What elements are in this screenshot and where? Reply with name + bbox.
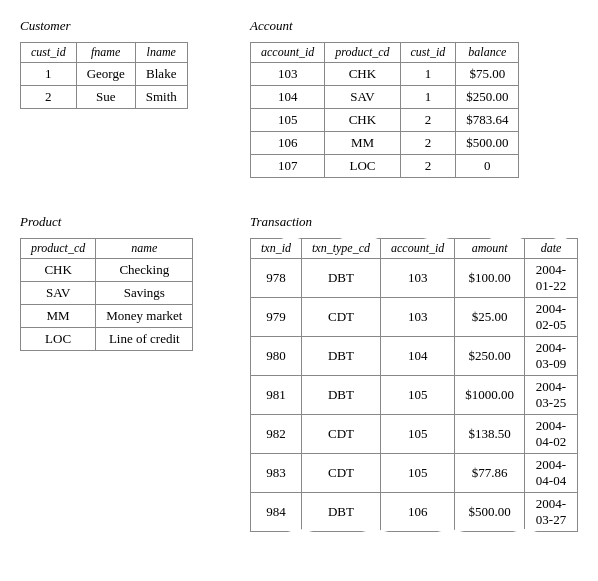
account-col-balance: balance: [456, 43, 519, 63]
table-row: 980DBT104$250.002004-03-09: [251, 337, 578, 376]
table-row: 104SAV1$250.00: [251, 86, 519, 109]
table-cell: 105: [380, 376, 454, 415]
account-table: account_id product_cd cust_id balance 10…: [250, 42, 519, 178]
product-title: Product: [20, 214, 230, 230]
customer-table: cust_id fname lname 1GeorgeBlake2SueSmit…: [20, 42, 188, 109]
table-cell: Money market: [96, 305, 193, 328]
table-cell: CHK: [325, 109, 400, 132]
table-cell: 2004-03-09: [525, 337, 578, 376]
table-row: CHKChecking: [21, 259, 193, 282]
table-cell: 2: [21, 86, 77, 109]
table-cell: 983: [251, 454, 302, 493]
table-cell: 104: [251, 86, 325, 109]
table-row: 106MM2$500.00: [251, 132, 519, 155]
table-cell: 1: [21, 63, 77, 86]
table-cell: 105: [251, 109, 325, 132]
account-col-cust_id: cust_id: [400, 43, 456, 63]
account-table-container: account_id product_cd cust_id balance 10…: [250, 36, 578, 184]
table-row: LOCLine of credit: [21, 328, 193, 351]
table-cell: $500.00: [456, 132, 519, 155]
table-cell: 103: [251, 63, 325, 86]
transaction-col-amount: amount: [455, 239, 525, 259]
table-cell: $25.00: [455, 298, 525, 337]
transaction-title: Transaction: [250, 214, 578, 230]
table-row: 981DBT105$1000.002004-03-25: [251, 376, 578, 415]
table-cell: 107: [251, 155, 325, 178]
table-cell: 2004-03-27: [525, 493, 578, 532]
table-cell: CHK: [325, 63, 400, 86]
table-cell: Smith: [135, 86, 187, 109]
customer-table-container: cust_id fname lname 1GeorgeBlake2SueSmit…: [20, 36, 230, 115]
table-cell: $138.50: [455, 415, 525, 454]
account-col-account_id: account_id: [251, 43, 325, 63]
table-cell: 2004-01-22: [525, 259, 578, 298]
table-cell: $100.00: [455, 259, 525, 298]
table-row: 107LOC20: [251, 155, 519, 178]
table-cell: $1000.00: [455, 376, 525, 415]
table-cell: 1: [400, 63, 456, 86]
product-table: product_cd name CHKCheckingSAVSavingsMMM…: [20, 238, 193, 351]
table-cell: LOC: [325, 155, 400, 178]
table-cell: MM: [21, 305, 96, 328]
table-cell: 2: [400, 132, 456, 155]
transaction-table: txn_id txn_type_cd account_id amount dat…: [250, 238, 578, 532]
table-cell: 2004-03-25: [525, 376, 578, 415]
account-header-row: account_id product_cd cust_id balance: [251, 43, 519, 63]
table-row: 983CDT105$77.862004-04-04: [251, 454, 578, 493]
product-header-row: product_cd name: [21, 239, 193, 259]
transaction-col-date: date: [525, 239, 578, 259]
table-cell: 0: [456, 155, 519, 178]
table-cell: 105: [380, 454, 454, 493]
table-cell: Sue: [76, 86, 135, 109]
page-layout: Customer cust_id fname lname 1GeorgeBlak…: [20, 18, 578, 538]
table-cell: DBT: [302, 493, 381, 532]
customer-header-row: cust_id fname lname: [21, 43, 188, 63]
table-cell: $783.64: [456, 109, 519, 132]
table-cell: 2004-04-02: [525, 415, 578, 454]
product-section: Product product_cd name CHKCheckingSAVSa…: [20, 214, 230, 538]
table-cell: Savings: [96, 282, 193, 305]
transaction-col-account_id: account_id: [380, 239, 454, 259]
table-cell: $77.86: [455, 454, 525, 493]
table-cell: SAV: [325, 86, 400, 109]
table-cell: 106: [380, 493, 454, 532]
table-cell: 103: [380, 259, 454, 298]
table-cell: SAV: [21, 282, 96, 305]
table-cell: 1: [400, 86, 456, 109]
table-row: 979CDT103$25.002004-02-05: [251, 298, 578, 337]
table-row: 984DBT106$500.002004-03-27: [251, 493, 578, 532]
table-cell: 982: [251, 415, 302, 454]
table-cell: 2004-04-04: [525, 454, 578, 493]
table-cell: LOC: [21, 328, 96, 351]
table-cell: 978: [251, 259, 302, 298]
table-cell: $250.00: [455, 337, 525, 376]
table-row: 1GeorgeBlake: [21, 63, 188, 86]
transaction-col-txn_id: txn_id: [251, 239, 302, 259]
table-cell: $500.00: [455, 493, 525, 532]
table-cell: Line of credit: [96, 328, 193, 351]
table-cell: 2004-02-05: [525, 298, 578, 337]
table-cell: $75.00: [456, 63, 519, 86]
table-cell: 2: [400, 155, 456, 178]
table-cell: Blake: [135, 63, 187, 86]
customer-col-lname: lname: [135, 43, 187, 63]
customer-title: Customer: [20, 18, 230, 34]
customer-col-cust_id: cust_id: [21, 43, 77, 63]
table-cell: CDT: [302, 454, 381, 493]
account-col-product_cd: product_cd: [325, 43, 400, 63]
account-section: Account account_id product_cd cust_id ba…: [250, 18, 578, 184]
table-cell: $250.00: [456, 86, 519, 109]
table-cell: CHK: [21, 259, 96, 282]
table-row: SAVSavings: [21, 282, 193, 305]
table-row: 982CDT105$138.502004-04-02: [251, 415, 578, 454]
transaction-header-row: txn_id txn_type_cd account_id amount dat…: [251, 239, 578, 259]
table-cell: 2: [400, 109, 456, 132]
account-title: Account: [250, 18, 578, 34]
customer-col-fname: fname: [76, 43, 135, 63]
table-cell: 980: [251, 337, 302, 376]
product-table-container: product_cd name CHKCheckingSAVSavingsMMM…: [20, 232, 230, 357]
table-row: 105CHK2$783.64: [251, 109, 519, 132]
table-row: 978DBT103$100.002004-01-22: [251, 259, 578, 298]
table-cell: Checking: [96, 259, 193, 282]
table-cell: DBT: [302, 337, 381, 376]
